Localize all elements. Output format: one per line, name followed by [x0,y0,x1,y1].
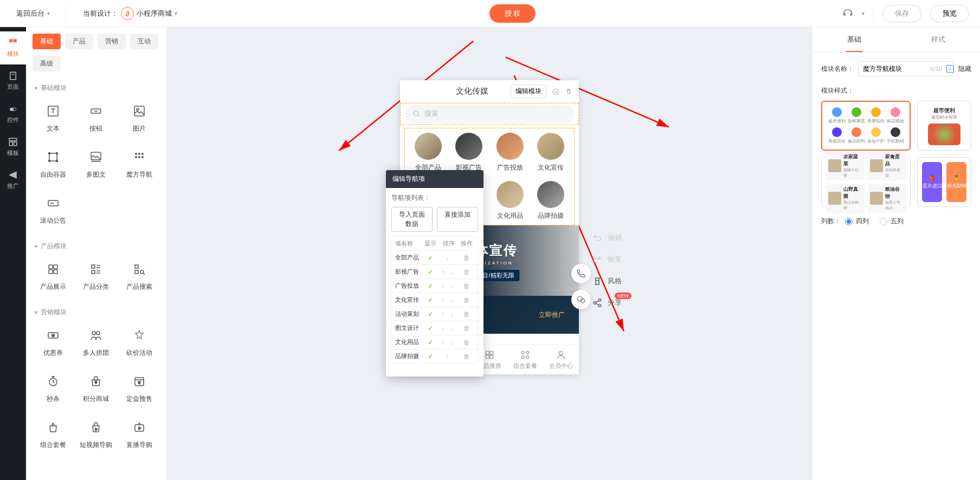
table-row[interactable]: 影视广告✓↑ ↓🗑 [392,265,478,279]
section-toggle-marketing[interactable]: ▾营销模块 [33,302,160,322]
tabbar-member[interactable]: 会员中心 [543,345,579,374]
tab-basic[interactable]: 基础 [33,34,61,49]
rail-page[interactable]: 页面 [0,64,26,98]
comp-points-mall[interactable]: ¥积分商城 [76,368,117,409]
svg-rect-2 [10,72,16,80]
table-row[interactable]: 文化宣传✓↑ ↓🗑 [392,293,478,307]
search-input[interactable]: 搜索 [405,105,574,123]
phone-float-icon[interactable] [571,264,591,283]
save-button[interactable]: 保存 [882,5,921,22]
svg-line-42 [144,274,145,275]
table-row[interactable]: 图文设计✓↑ ↓🗑 [392,321,478,335]
table-row[interactable]: 活动策划✓↑ ↓🗑 [392,307,478,321]
support-icon[interactable] [842,8,853,19]
tab-product[interactable]: 产品 [65,34,93,49]
sort-updown-icon: ↑ ↓ [438,325,459,332]
svg-point-18 [56,160,57,162]
comp-free-container[interactable]: 自由容器 [33,144,74,185]
svg-point-70 [521,356,524,359]
comp-prod-display[interactable]: 产品展示 [33,256,74,297]
comp-shortvideo[interactable]: 短视频导购 [76,414,117,455]
table-row[interactable]: 文化用品✓↑ ↓🗑 [392,335,478,349]
nav-item[interactable]: 广告投放 [491,133,529,172]
table-row[interactable]: 广告投放✓↑ ↓🗑 [392,279,478,293]
check-icon: ✓ [423,339,438,346]
wechat-float-icon[interactable] [571,290,591,309]
rail-template[interactable]: 模板 [0,131,26,164]
svg-point-41 [140,270,144,274]
comp-marquee[interactable]: 滚动公告 [33,190,74,231]
svg-text:¥: ¥ [95,380,98,384]
sort-updown-icon: ↑ ↓ [438,283,459,289]
comp-magic-nav[interactable]: 魔方导航 [119,144,160,185]
radio-four-cols[interactable]: 四列 [845,217,869,226]
svg-rect-7 [9,142,12,146]
authorize-button[interactable]: 授 权 [489,4,536,23]
comp-multi-image-text[interactable]: 多图文 [76,144,117,185]
nav-item[interactable]: 品牌拍摄 [532,181,570,220]
rail-promo[interactable]: 推广 [0,164,26,197]
comp-prod-category[interactable]: 产品分类 [76,256,117,297]
svg-rect-66 [486,355,489,359]
svg-rect-12 [134,106,144,116]
nav-item[interactable]: 文化宣传 [532,133,570,172]
svg-point-16 [56,153,57,154]
style-option-3[interactable]: 农家蔬菜隐瞒不住谁 家禽蛋品综合韩康源 山野真菌享山珍鲜鲜 粮油谷物超高人气选品 [821,157,911,207]
comp-button[interactable]: 按钮 [76,98,117,139]
comp-live[interactable]: 直播导购 [119,414,160,455]
tabbar-combo[interactable]: 组合套餐 [507,345,543,374]
rtab-basic[interactable]: 基础 [813,27,897,52]
comp-deposit[interactable]: ¥定金预售 [119,368,160,409]
style-option-2[interactable]: 超市便利臻选时令鲜果 [917,101,971,151]
rtab-style[interactable]: 样式 [897,27,981,52]
table-row[interactable]: 品牌拍摄✓↑🗑 [392,349,478,363]
edit-module-button[interactable]: 编辑模块 [511,85,546,98]
svg-line-76 [596,301,598,302]
style-option-4[interactable]: 🍎蛋片进口 🍍绿色期销 [917,157,971,207]
preview-button[interactable]: 预览 [930,5,969,22]
rail-module[interactable]: 模块 [0,31,26,64]
comp-image[interactable]: 图片 [119,98,160,139]
svg-point-69 [526,351,529,354]
trash-icon: 🗑 [459,325,474,332]
back-to-admin-button[interactable]: 返回后台▾ [11,5,55,22]
nav-item[interactable]: 文化用品 [491,181,529,220]
share-button[interactable]: 分享NEW [592,298,622,308]
hide-checkbox[interactable]: ✓ [946,65,954,73]
nav-item[interactable]: 全部产品 [409,133,447,172]
trash-icon[interactable] [565,88,572,95]
add-directly-button[interactable]: 直接添加 [437,207,478,232]
redo-button[interactable]: 恢复 [592,255,622,264]
comp-combo[interactable]: 组合套餐 [33,414,74,455]
svg-point-21 [135,153,137,155]
module-name-input[interactable] [858,61,953,76]
comp-groupbuy[interactable]: 多人拼团 [76,322,117,363]
comp-text[interactable]: 文本 [33,98,74,139]
style-option-1[interactable]: 超市便利 新鲜果蔬 果麦烘焙 鲜花植物 美观居家 食品饮料 美妆个护 手机数码 [821,101,911,151]
rail-widget[interactable]: 控件 [0,98,26,131]
tab-advanced[interactable]: 高级 [33,56,61,72]
dropdown-icon[interactable] [552,88,559,95]
check-icon: ✓ [423,296,438,304]
section-toggle-basic[interactable]: ▾基础模块 [33,78,160,98]
comp-prod-search[interactable]: 产品搜索 [119,256,160,297]
hide-label: 隐藏 [958,64,971,74]
undo-button[interactable]: 撤销 [592,233,622,243]
comp-seckill[interactable]: 秒杀 [33,368,74,409]
chevron-down-icon: ▾ [862,10,865,16]
tab-interact[interactable]: 互动 [130,34,158,49]
trash-icon: 🗑 [459,296,474,304]
import-page-data-button[interactable]: 导入页面数据 [391,207,433,232]
svg-point-73 [598,299,601,302]
table-row[interactable]: 全部产品✓↓🗑 [392,251,478,265]
tab-marketing[interactable]: 营销 [98,34,126,49]
style-button[interactable]: 风格 [592,276,622,286]
nav-item[interactable]: 影视广告 [450,133,488,172]
comp-bargain[interactable]: 砍价活动 [119,322,160,363]
section-toggle-product[interactable]: ▾产品模块 [33,236,160,256]
current-design-select[interactable]: 当前设计： ∂ 小程序商城 ▾ [78,4,183,23]
comp-coupon[interactable]: ¥优惠券 [33,322,74,363]
sort-down-icon: ↓ [438,255,459,261]
svg-point-58 [553,88,559,94]
radio-five-cols[interactable]: 五列 [880,217,904,226]
